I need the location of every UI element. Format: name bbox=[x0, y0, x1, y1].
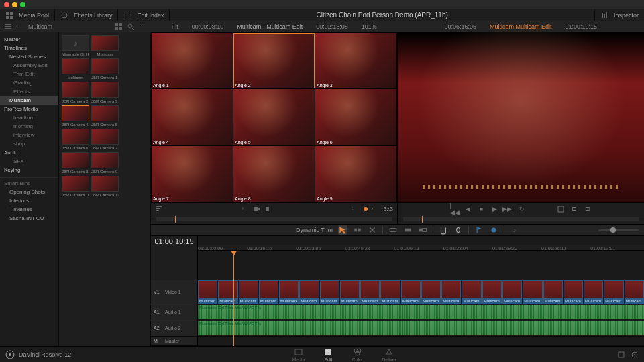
mc-video-icon[interactable] bbox=[253, 205, 261, 213]
multicam-angle[interactable]: Angle 6 bbox=[315, 89, 396, 145]
bin-breadcrumb[interactable]: Multicam bbox=[28, 23, 52, 30]
trim-tool-icon[interactable] bbox=[353, 225, 362, 235]
track-header-master[interactable]: M Master bbox=[151, 337, 197, 346]
multicam-angle[interactable]: Angle 7 bbox=[152, 146, 233, 202]
replace-icon[interactable] bbox=[418, 225, 427, 235]
edit-index-label[interactable]: Edit Index bbox=[137, 12, 164, 19]
source-fit-label[interactable]: Fit bbox=[172, 23, 178, 30]
timeline-video-clip[interactable]: Multicam bbox=[543, 280, 563, 304]
timeline-video-clip[interactable]: Multicam bbox=[259, 280, 278, 304]
timeline-video-clip[interactable]: Multicam bbox=[625, 280, 644, 304]
thumb-view-icon[interactable] bbox=[115, 23, 123, 31]
effects-library-icon[interactable] bbox=[60, 11, 68, 19]
play-icon[interactable]: ▶ bbox=[491, 205, 499, 213]
multicam-angle[interactable]: Angle 5 bbox=[233, 89, 315, 145]
preferences-icon[interactable] bbox=[631, 351, 639, 359]
multicam-angle[interactable]: Angle 8 bbox=[233, 146, 315, 202]
clip-thumbnail[interactable]: JBR Camera 4.mov bbox=[62, 105, 89, 127]
edit-page-tab[interactable]: Edit bbox=[323, 347, 333, 362]
clip-thumbnail[interactable]: Multicam bbox=[62, 58, 89, 80]
mc-audio-icon[interactable]: ♪ bbox=[241, 205, 249, 213]
track-header-a2[interactable]: A2 Audio 2 bbox=[151, 320, 197, 337]
marker-icon[interactable] bbox=[489, 225, 498, 235]
timeline-video-clip[interactable]: Multicam bbox=[380, 280, 400, 304]
edit-index-icon[interactable] bbox=[123, 11, 131, 19]
snap-icon[interactable] bbox=[439, 225, 448, 235]
match-frame-icon[interactable] bbox=[557, 205, 565, 213]
sidebar-item[interactable]: Keying bbox=[0, 166, 58, 174]
timeline-video-clip[interactable]: Multicam bbox=[401, 280, 421, 304]
timeline-video-clip[interactable]: Multicam bbox=[462, 280, 481, 304]
timeline-video-clip[interactable]: Multicam bbox=[218, 280, 237, 304]
flag-icon[interactable] bbox=[474, 225, 484, 235]
inspector-label[interactable]: Inspector bbox=[614, 12, 639, 19]
clip-thumbnail[interactable]: JBR Camera 11.mov bbox=[91, 176, 119, 197]
mc-sort-icon[interactable] bbox=[155, 205, 163, 213]
timeline-video-clip[interactable]: Multicam bbox=[279, 280, 299, 304]
sidebar-item[interactable]: interview bbox=[0, 131, 58, 139]
track-header-v1[interactable]: V1 Video 1 bbox=[151, 280, 197, 304]
trim-mode-label[interactable]: Dynamic Trim bbox=[296, 227, 333, 233]
loop-icon[interactable]: ↻ bbox=[518, 205, 526, 213]
color-page-tab[interactable]: Color bbox=[352, 347, 363, 362]
clip-thumbnail[interactable]: JBR Camera 5.mov bbox=[91, 105, 119, 127]
timeline-video-clip[interactable]: Multicam bbox=[523, 280, 542, 304]
project-settings-icon[interactable] bbox=[617, 351, 625, 359]
program-timeline-name[interactable]: Multicam Multicam Edit bbox=[490, 23, 552, 30]
clip-thumbnail[interactable]: Multicam bbox=[91, 35, 119, 56]
clip-thumbnail[interactable]: ♪Miserable Girl Final ... bbox=[62, 35, 89, 56]
prev-frame-icon[interactable]: ◀ bbox=[464, 205, 472, 213]
program-scrubber[interactable] bbox=[398, 215, 644, 224]
first-frame-icon[interactable]: |◀◀ bbox=[451, 205, 459, 213]
multicam-angle[interactable]: Angle 1 bbox=[152, 33, 233, 88]
maximize-window-button[interactable] bbox=[20, 2, 25, 7]
stop-icon[interactable]: ■ bbox=[478, 205, 486, 213]
source-clip-name[interactable]: Multicam - Multicam Edit bbox=[237, 23, 303, 30]
clip-thumbnail[interactable]: JBR Camera 6.mov bbox=[62, 129, 89, 150]
clip-thumbnail[interactable]: JBR Camera 3.mov bbox=[91, 82, 119, 103]
audio-track-a2[interactable]: Miserable Girl Final Mix.WAVE File bbox=[198, 320, 644, 337]
mc-grid-size[interactable]: 3x3 bbox=[384, 206, 394, 213]
media-pool-label[interactable]: Media Pool bbox=[19, 12, 49, 19]
sidebar-item[interactable]: Multicam bbox=[0, 96, 58, 105]
effects-library-label[interactable]: Effects Library bbox=[74, 12, 112, 19]
timeline-video-clip[interactable]: Multicam bbox=[604, 280, 623, 304]
video-track-v1[interactable]: MulticamMulticamMulticamMulticamMulticam… bbox=[198, 280, 644, 304]
clip-thumbnail[interactable]: JBR Camera 10.mov bbox=[62, 176, 89, 197]
timeline-video-clip[interactable]: Multicam bbox=[340, 280, 360, 304]
sidebar-item[interactable]: Grading bbox=[0, 78, 58, 87]
sidebar-item[interactable]: shop bbox=[0, 139, 58, 148]
timeline-video-clip[interactable]: Multicam bbox=[299, 280, 319, 304]
sidebar-item[interactable]: SFX bbox=[0, 157, 58, 166]
sidebar-item[interactable]: Master bbox=[0, 35, 58, 44]
multicam-angle[interactable]: Angle 4 bbox=[152, 89, 233, 145]
timeline-video-clip[interactable]: Multicam bbox=[502, 280, 522, 304]
close-window-button[interactable] bbox=[4, 2, 9, 7]
sidebar-item[interactable]: Audio bbox=[0, 148, 58, 157]
timeline-video-clip[interactable]: Multicam bbox=[320, 280, 339, 304]
multicam-angle[interactable]: Angle 3 bbox=[315, 33, 396, 88]
deliver-page-tab[interactable]: Deliver bbox=[382, 347, 396, 362]
clip-thumbnail[interactable]: JBR Camera 9.mov bbox=[91, 152, 119, 174]
next-frame-icon[interactable]: ▶▶| bbox=[504, 205, 513, 213]
timeline-timecode[interactable]: 01:00:10:15 bbox=[151, 236, 197, 247]
timeline-video-clip[interactable]: Multicam bbox=[584, 280, 603, 304]
timeline-video-clip[interactable]: Multicam bbox=[564, 280, 583, 304]
minimize-window-button[interactable] bbox=[12, 2, 17, 7]
sidebar-item[interactable]: Effects bbox=[0, 87, 58, 96]
selection-tool-icon[interactable] bbox=[338, 225, 347, 235]
search-icon[interactable] bbox=[127, 23, 135, 31]
back-icon[interactable]: ‹ bbox=[16, 23, 24, 31]
overwrite-icon[interactable] bbox=[403, 225, 413, 235]
program-viewer-canvas[interactable] bbox=[398, 32, 644, 202]
razor-tool-icon[interactable] bbox=[368, 225, 377, 235]
smart-bin-item[interactable]: Sasha INT CU bbox=[0, 214, 58, 223]
source-zoom[interactable]: 101% bbox=[362, 23, 377, 30]
sidebar-item[interactable]: Trim Edit bbox=[0, 70, 58, 78]
timeline-playhead[interactable] bbox=[233, 251, 234, 346]
insert-icon[interactable] bbox=[388, 225, 398, 235]
source-scrubber[interactable] bbox=[151, 215, 397, 224]
mixer-icon[interactable] bbox=[600, 11, 608, 19]
timeline-video-clip[interactable]: Multicam bbox=[421, 280, 441, 304]
link-icon[interactable] bbox=[453, 225, 463, 235]
